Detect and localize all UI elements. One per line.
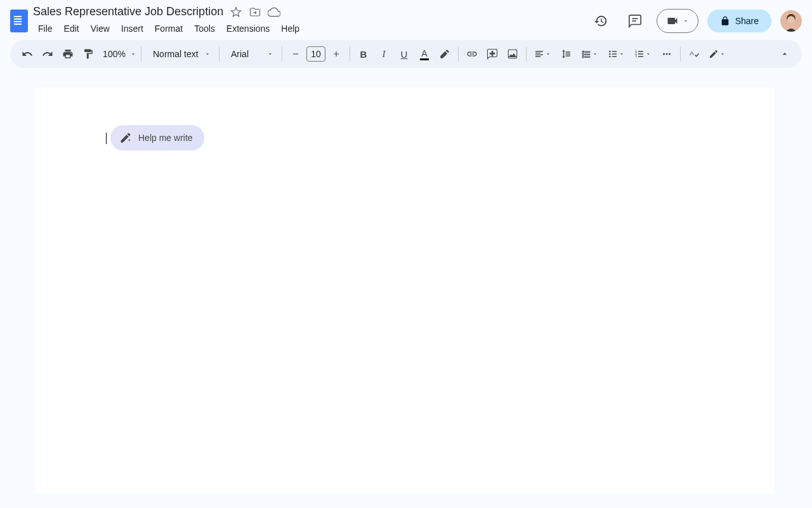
insert-image-button[interactable] [503,44,522,64]
paragraph-style-dropdown[interactable]: Normal text [145,44,215,64]
page-canvas[interactable]: Help me write [36,87,774,493]
svg-text:A: A [690,50,694,57]
help-me-write-label: Help me write [138,133,193,143]
separator [680,47,681,61]
highlight-color-button[interactable] [435,44,454,64]
collapse-toolbar-button[interactable] [775,44,794,64]
align-left-icon [534,49,544,59]
svg-point-2 [609,51,611,53]
svg-point-4 [609,56,611,58]
decrease-font-size-button[interactable] [286,44,305,64]
menu-insert[interactable]: Insert [116,21,148,36]
chevron-down-icon [266,51,274,57]
svg-point-9 [666,53,668,55]
chevron-down-icon [544,51,552,57]
chevron-down-icon [591,51,599,57]
share-button[interactable]: Share [707,10,771,32]
spell-check-button[interactable]: A [684,44,704,64]
docs-logo-icon[interactable] [10,10,28,32]
document-title[interactable]: Sales Representative Job Description [33,5,223,18]
insert-link-button[interactable] [462,44,481,64]
cloud-status-icon[interactable] [268,6,280,18]
italic-button[interactable]: I [374,44,393,64]
svg-point-3 [609,53,611,55]
menu-tools[interactable]: Tools [189,21,220,36]
text-color-button[interactable]: A [415,44,434,64]
menubar: File Edit View Insert Format Tools Exten… [33,21,304,36]
bold-button[interactable]: B [354,44,373,64]
help-me-write-chip[interactable]: Help me write [110,125,204,150]
separator [526,47,527,61]
menu-extensions[interactable]: Extensions [221,21,275,36]
bulleted-list-icon [608,49,618,59]
line-spacing-button[interactable] [557,44,576,64]
font-family-dropdown[interactable]: Arial [223,44,278,64]
lock-icon [720,16,730,26]
checklist-dropdown[interactable] [577,44,603,64]
redo-button[interactable] [38,44,57,64]
underline-button[interactable]: U [395,44,414,64]
video-camera-icon [666,15,679,27]
chevron-down-icon [683,18,689,24]
separator [141,47,141,61]
menu-file[interactable]: File [33,21,58,36]
menu-edit[interactable]: Edit [59,21,84,36]
separator [282,47,282,61]
star-icon[interactable] [230,6,242,18]
chevron-down-icon [204,51,211,57]
numbered-list-dropdown[interactable]: 123 [631,44,656,64]
pencil-icon [709,49,719,59]
svg-point-10 [669,53,671,55]
checklist-icon [581,49,591,59]
increase-font-size-button[interactable] [327,44,346,64]
header-right: Share [588,8,802,34]
menu-help[interactable]: Help [276,21,304,36]
history-icon[interactable] [588,8,613,34]
bulleted-list-dropdown[interactable] [604,44,629,64]
font-family-value: Arial [227,49,252,59]
title-row: Sales Representative Job Description [33,5,304,18]
document-viewport: Help me write [0,68,812,493]
paragraph-style-value: Normal text [149,49,202,59]
magic-pencil-icon [119,131,132,144]
align-dropdown[interactable] [530,44,556,64]
undo-button[interactable] [18,44,37,64]
chevron-down-icon [129,51,137,57]
comments-icon[interactable] [622,8,648,34]
move-folder-icon[interactable] [249,6,261,18]
separator [350,47,350,61]
format-painter-button[interactable] [79,44,98,64]
print-button[interactable] [58,44,77,64]
separator [458,47,459,61]
share-label: Share [735,16,759,26]
font-size-input[interactable]: 10 [306,46,325,62]
svg-point-8 [663,53,665,55]
toolbar: 100% Normal text Arial 10 B I U A 123 A [10,40,802,68]
title-area: Sales Representative Job Description Fil… [33,5,304,36]
header: Sales Representative Job Description Fil… [0,0,812,40]
chevron-down-icon [719,51,726,57]
chevron-down-icon [645,51,652,57]
numbered-list-icon: 123 [634,49,645,59]
text-cursor [106,133,107,144]
menu-view[interactable]: View [86,21,115,36]
zoom-dropdown[interactable]: 100% [99,44,137,64]
chevron-down-icon [618,51,625,57]
svg-text:3: 3 [635,55,637,58]
insert-comment-button[interactable] [483,44,502,64]
zoom-value: 100% [99,49,129,59]
menu-format[interactable]: Format [150,21,188,36]
meet-button[interactable] [657,9,698,33]
avatar[interactable] [780,10,802,32]
separator [219,47,219,61]
editing-mode-dropdown[interactable] [705,44,730,64]
more-options-button[interactable] [657,44,676,64]
